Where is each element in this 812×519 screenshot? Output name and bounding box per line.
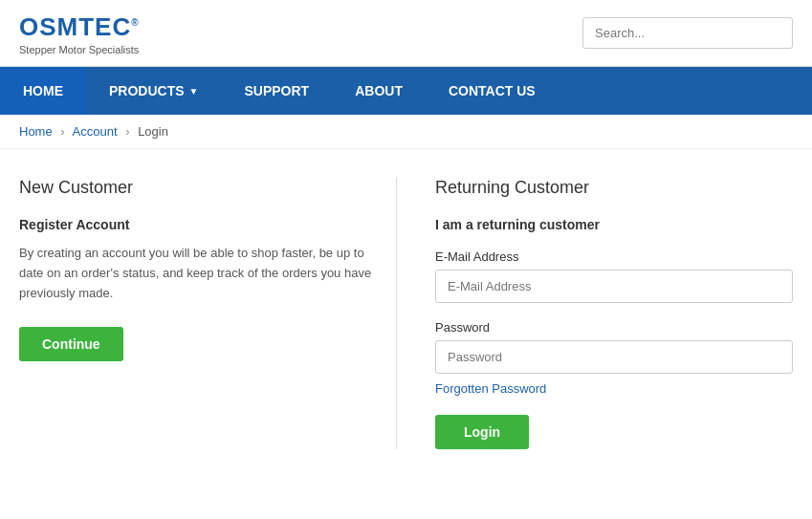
password-label: Password [435, 320, 793, 335]
login-button[interactable]: Login [435, 415, 529, 449]
nav-item-home[interactable]: HOME [0, 67, 86, 115]
logo-subtitle: Stepper Motor Specialists [19, 44, 140, 55]
logo-area: OSMTEC® Stepper Motor Specialists [19, 11, 140, 55]
returning-customer-heading: Returning Customer [435, 178, 793, 198]
forgotten-password-link[interactable]: Forgotten Password [435, 381, 793, 396]
search-input[interactable] [582, 17, 793, 49]
new-customer-subheading: Register Account [19, 217, 377, 232]
nav-item-about[interactable]: ABOUT [332, 67, 426, 115]
continue-button[interactable]: Continue [19, 327, 123, 361]
main-content: New Customer Register Account By creatin… [0, 149, 812, 478]
password-field[interactable] [435, 340, 793, 374]
email-form-group: E-Mail Address [435, 249, 793, 303]
breadcrumb-home[interactable]: Home [19, 124, 53, 139]
header: OSMTEC® Stepper Motor Specialists [0, 0, 812, 67]
breadcrumb-sep-1: › [60, 124, 64, 139]
nav-item-products[interactable]: PRODUCTS ▼ [86, 67, 221, 115]
registered-icon: ® [131, 16, 139, 27]
chevron-down-icon: ▼ [189, 86, 199, 97]
nav-item-contact[interactable]: CONTACT US [426, 67, 559, 115]
email-label: E-Mail Address [435, 249, 793, 264]
main-nav: HOME PRODUCTS ▼ SUPPORT ABOUT CONTACT US [0, 67, 812, 115]
returning-customer-section: Returning Customer I am a returning cust… [435, 178, 793, 449]
breadcrumb-current: Login [138, 124, 168, 139]
logo: OSMTEC® [19, 11, 140, 42]
new-customer-heading: New Customer [19, 178, 377, 198]
breadcrumb: Home › Account › Login [0, 115, 812, 149]
search-area [582, 17, 793, 49]
returning-customer-subheading: I am a returning customer [435, 217, 793, 232]
password-form-group: Password [435, 320, 793, 374]
breadcrumb-sep-2: › [125, 124, 129, 139]
breadcrumb-account[interactable]: Account [73, 124, 118, 139]
new-customer-section: New Customer Register Account By creatin… [19, 178, 397, 449]
nav-item-support[interactable]: SUPPORT [221, 67, 332, 115]
new-customer-description: By creating an account you will be able … [19, 244, 377, 303]
email-field[interactable] [435, 270, 793, 303]
